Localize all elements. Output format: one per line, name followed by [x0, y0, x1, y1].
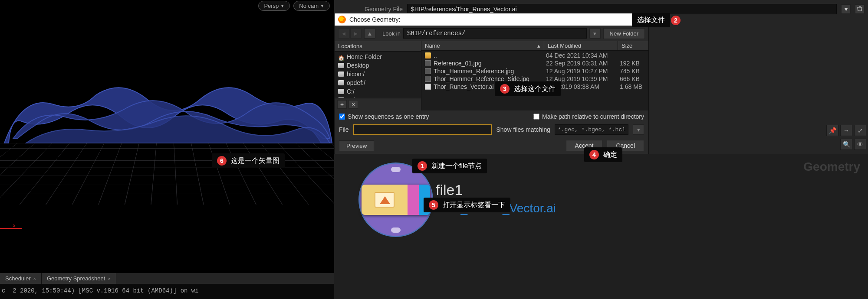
dialog-footer: Preview Accept Cancel	[335, 136, 648, 155]
nocam-button[interactable]: No cam▼	[293, 1, 330, 11]
viewport-toolbar: Persp▼ No cam▼	[258, 1, 330, 11]
node-flag-display[interactable]	[419, 185, 430, 215]
file-modified: Sep 2019 03:38 AM	[544, 83, 618, 90]
col-size[interactable]: Size	[618, 41, 648, 50]
parm-dropdown-icon[interactable]: ▾	[841, 4, 851, 14]
dialog-file-row: File Show files matching ▾	[335, 123, 648, 136]
houdini-icon	[338, 16, 346, 23]
file-name: Thor_Runes_Vector.ai	[434, 83, 494, 90]
match-label: Show files matching	[496, 126, 550, 133]
show-sequences-checkbox[interactable]: Show sequences as one entry	[339, 113, 429, 120]
show-sequences-input[interactable]	[339, 114, 345, 120]
col-name-label: Name	[425, 42, 440, 49]
remove-location-button[interactable]: ×	[349, 100, 358, 109]
file-node[interactable]	[362, 185, 430, 215]
node-descriptive-label: Thor_Runes_Vector.ai	[436, 202, 556, 215]
home-icon	[338, 54, 344, 59]
nav-up-button[interactable]: ▲	[364, 28, 375, 39]
display-options-icon[interactable]: 👁	[854, 139, 866, 150]
dialog-navbar: ◄ ► ▲ Look in ▾ New Folder	[335, 26, 648, 41]
drive-icon	[338, 89, 344, 94]
folder-icon	[425, 52, 431, 58]
location-item[interactable]: Desktop	[335, 61, 421, 70]
file-name: Reference_01.jpg	[434, 60, 482, 67]
new-folder-button[interactable]: New Folder	[603, 28, 645, 39]
location-label: hicon:/	[347, 71, 365, 78]
location-item[interactable]: Home Folder	[335, 52, 421, 61]
dialog-title: Choose Geometry:	[349, 16, 401, 23]
file-name: Thor_Hammer_Reference.jpg	[434, 68, 514, 75]
file-row[interactable]: Thor_Runes_Vector.aiSep 2019 03:38 AM1.6…	[421, 83, 648, 91]
location-item[interactable]: hicon:/	[335, 70, 421, 78]
file-row[interactable]: Reference_01.jpg22 Sep 2019 03:31 AM192 …	[421, 59, 648, 67]
network-context-label: Geometry	[803, 160, 860, 174]
cancel-button[interactable]: Cancel	[607, 140, 644, 151]
persp-button[interactable]: Persp▼	[258, 1, 290, 11]
annotation-2-badge: 2	[671, 16, 681, 25]
node-name[interactable]: file1	[436, 182, 463, 198]
node-ring-menu[interactable]	[358, 162, 433, 237]
file-label: File	[339, 126, 349, 133]
node-flag-template[interactable]	[408, 185, 419, 215]
tab-geometry-spreadsheet[interactable]: Geometry Spreadsheet×	[42, 273, 116, 284]
right-panel: Geometry File ▾ Choose Geometry: ◄ ► ▲ L…	[334, 0, 868, 299]
file-size: 745 KB	[618, 68, 648, 75]
viewport-3d[interactable]: Persp▼ No cam▼ x Scheduler× Geometry Spr…	[0, 0, 334, 299]
file-row[interactable]: ..04 Dec 2021 10:34 AM	[421, 52, 648, 59]
preview-button[interactable]: Preview	[339, 140, 374, 151]
nav-forward-button[interactable]: ►	[350, 28, 362, 39]
link-icon[interactable]: →	[840, 125, 852, 136]
filter-input[interactable]	[555, 124, 628, 135]
col-name[interactable]: Name▴	[421, 41, 544, 50]
filename-input[interactable]	[353, 124, 492, 135]
python-console[interactable]: c 2 2020, 15:50:44) [MSC v.1916 64 bit (…	[0, 284, 334, 299]
dialog-titlebar: Choose Geometry:	[335, 13, 648, 26]
show-sequences-label: Show sequences as one entry	[348, 113, 429, 120]
tab-scheduler[interactable]: Scheduler×	[0, 273, 42, 284]
location-label: Home Folder	[347, 53, 382, 60]
location-item[interactable]: opdef:/	[335, 78, 421, 87]
col-modified[interactable]: Last Modified	[544, 41, 618, 50]
network-side-buttons: 🔍 👁	[840, 139, 866, 150]
chevron-down-icon: ▼	[320, 4, 324, 8]
location-label: C:/	[347, 88, 355, 95]
file-list[interactable]: ..04 Dec 2021 10:34 AMReference_01.jpg22…	[421, 51, 648, 110]
close-icon[interactable]: ×	[108, 276, 110, 281]
parm-side-buttons: 📌 → ⤢	[826, 125, 866, 136]
node-input-icon[interactable]	[391, 167, 401, 172]
search-icon[interactable]: 🔍	[840, 139, 852, 150]
doc-icon	[425, 84, 431, 90]
file-row[interactable]: Thor_Hammer_Reference_Side.jpg12 Aug 201…	[421, 75, 648, 83]
files-pane: Name▴ Last Modified Size ..04 Dec 2021 1…	[421, 41, 648, 110]
relative-path-input[interactable]	[533, 114, 539, 120]
close-icon[interactable]: ×	[33, 276, 36, 281]
filter-dropdown[interactable]: ▾	[633, 124, 644, 135]
choose-geometry-dialog: Choose Geometry: ◄ ► ▲ Look in ▾ New Fol…	[334, 13, 649, 155]
file-modified: 12 Aug 2019 10:27 PM	[544, 68, 618, 75]
file-chooser-icon[interactable]	[855, 4, 865, 14]
locations-buttons: + ×	[335, 98, 421, 110]
node-output-icon[interactable]	[391, 228, 401, 233]
file-row[interactable]: Thor_Hammer_Reference.jpg12 Aug 2019 10:…	[421, 67, 648, 75]
locations-list[interactable]: Home FolderDesktophicon:/opdef:/C:/D:/E:…	[335, 52, 421, 98]
location-label: Desktop	[347, 62, 369, 69]
location-item[interactable]: C:/	[335, 87, 421, 96]
node-file-icon	[362, 185, 408, 215]
locations-header: Locations	[335, 41, 421, 52]
nav-back-button[interactable]: ◄	[338, 28, 349, 39]
axis-x-label: x	[13, 223, 16, 228]
lookin-dropdown[interactable]: ▾	[589, 28, 601, 39]
file-modified: 22 Sep 2019 03:31 AM	[544, 60, 618, 67]
accept-button[interactable]: Accept	[566, 140, 603, 151]
lookin-input[interactable]	[403, 28, 587, 39]
add-location-button[interactable]: +	[337, 100, 347, 109]
drive-icon	[338, 80, 344, 85]
network-editor[interactable]: ↙ ✎ ◫ ▭ ◇ Geometry file1 Thor_Runes_Vect…	[334, 154, 868, 299]
file-columns-header: Name▴ Last Modified Size	[421, 41, 648, 51]
drive-icon	[338, 72, 344, 77]
location-label: opdef:/	[347, 79, 365, 86]
relative-path-checkbox[interactable]: Make path relative to current directory	[533, 113, 644, 120]
img-icon	[425, 76, 431, 82]
pin-icon[interactable]: 📌	[826, 125, 838, 136]
expand-icon[interactable]: ⤢	[854, 125, 866, 136]
